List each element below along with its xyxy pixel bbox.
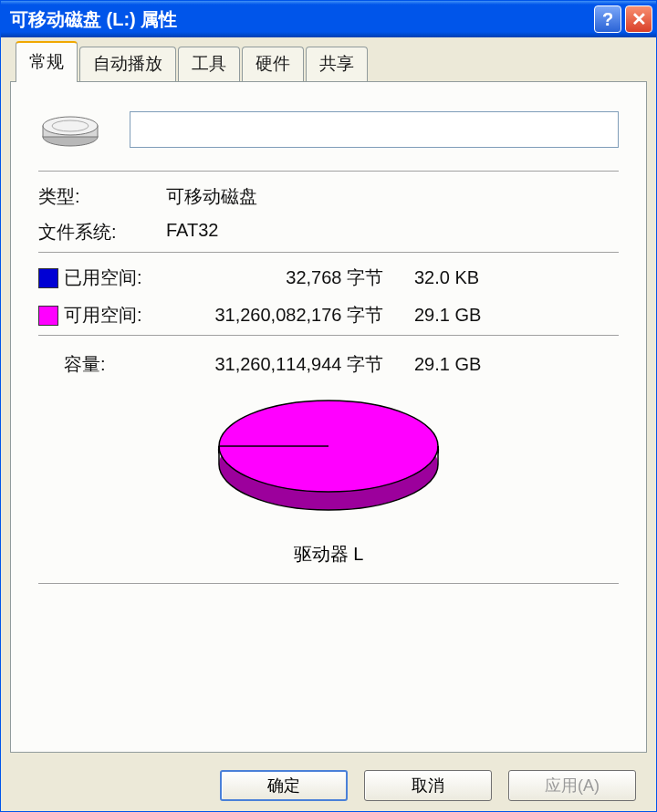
used-label: 已用空间: xyxy=(64,265,192,290)
used-bytes: 32,768 字节 xyxy=(192,265,392,290)
pie-chart: 驱动器 L xyxy=(38,390,619,567)
free-label: 可用空间: xyxy=(64,303,192,328)
dialog-footer: 确定 取消 应用(A) xyxy=(1,760,656,811)
drive-name-input[interactable] xyxy=(130,111,619,148)
drive-info-grid: 类型: 可移动磁盘 文件系统: FAT32 xyxy=(38,184,619,245)
close-button[interactable]: ✕ xyxy=(625,5,652,33)
tab-tools[interactable]: 工具 xyxy=(178,47,240,81)
used-swatch-icon xyxy=(38,268,58,288)
apply-button[interactable]: 应用(A) xyxy=(508,770,636,801)
cancel-button[interactable]: 取消 xyxy=(364,770,492,801)
separator-3 xyxy=(38,335,619,336)
drive-caption: 驱动器 L xyxy=(38,542,619,567)
tab-hardware[interactable]: 硬件 xyxy=(242,47,304,81)
ok-button[interactable]: 确定 xyxy=(220,770,348,801)
space-grid: 已用空间: 32,768 字节 32.0 KB 可用空间: 31,260,082… xyxy=(38,265,619,328)
tab-autoplay[interactable]: 自动播放 xyxy=(79,47,176,81)
capacity-bytes: 31,260,114,944 字节 xyxy=(192,352,392,377)
help-icon: ? xyxy=(602,9,613,30)
close-icon: ✕ xyxy=(631,8,647,30)
svg-point-2 xyxy=(43,117,98,135)
free-human: 29.1 GB xyxy=(392,305,619,326)
filesystem-label: 文件系统: xyxy=(38,220,166,245)
capacity-grid: 容量: 31,260,114,944 字节 29.1 GB xyxy=(38,352,619,377)
separator-2 xyxy=(38,252,619,253)
drive-header-row xyxy=(38,104,619,154)
content-area: 常规 自动播放 工具 硬件 共享 类型: xyxy=(1,37,656,760)
properties-window: 可移动磁盘 (L:) 属性 ? ✕ 常规 自动播放 工具 硬件 共享 xyxy=(0,0,657,812)
filesystem-value: FAT32 xyxy=(166,220,619,245)
tab-general[interactable]: 常规 xyxy=(16,41,78,82)
separator-4 xyxy=(38,583,619,584)
capacity-human: 29.1 GB xyxy=(392,354,619,375)
drive-icon xyxy=(38,104,102,154)
type-value: 可移动磁盘 xyxy=(166,184,619,209)
window-title: 可移动磁盘 (L:) 属性 xyxy=(10,7,594,32)
help-button[interactable]: ? xyxy=(594,5,621,33)
type-label: 类型: xyxy=(38,184,166,209)
free-bytes: 31,260,082,176 字节 xyxy=(192,303,392,328)
separator-1 xyxy=(38,171,619,172)
tab-sharing[interactable]: 共享 xyxy=(306,47,368,81)
free-swatch-icon xyxy=(38,306,58,326)
titlebar-buttons: ? ✕ xyxy=(594,5,652,33)
used-human: 32.0 KB xyxy=(392,267,619,288)
tab-strip: 常规 自动播放 工具 硬件 共享 xyxy=(10,48,647,81)
titlebar[interactable]: 可移动磁盘 (L:) 属性 ? ✕ xyxy=(1,1,656,37)
tab-panel-general: 类型: 可移动磁盘 文件系统: FAT32 已用空间: 32,768 字节 32… xyxy=(10,81,647,753)
capacity-label: 容量: xyxy=(64,352,192,377)
